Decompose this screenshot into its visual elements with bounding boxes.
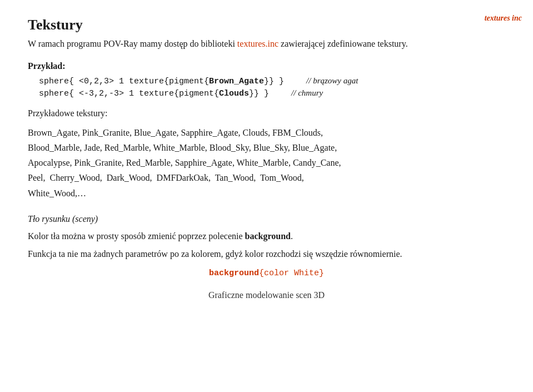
code-comment-2: // chmury: [291, 88, 323, 98]
intro-paragraph: W ramach programu POV-Ray mamy dostęp do…: [28, 37, 505, 51]
code-bold-2: Clouds: [219, 89, 249, 98]
intro-line1: W ramach programu POV-Ray mamy dostęp do…: [28, 39, 237, 48]
footer-text: Graficzne modelowanie scen 3D: [28, 288, 505, 302]
section-heading: Przykładowe tekstury:: [28, 106, 505, 121]
code-bold-1: Brown_Agate: [209, 77, 264, 86]
texture-list: Brown_Agate, Pink_Granite, Blue_Agate, S…: [28, 125, 505, 201]
intro-link: textures.inc: [237, 39, 278, 48]
bg-section-title: Tło rysunku (sceny): [28, 212, 505, 226]
logo: textures inc: [485, 14, 522, 23]
bg-code-rest: {color White}: [259, 269, 324, 278]
section-heading-text: Przykładowe tekstury:: [28, 108, 108, 118]
texture-list-text: Brown_Agate, Pink_Granite, Blue_Agate, S…: [28, 128, 341, 198]
code-block: sphere{ <0,2,3> 1 texture{pigment{Brown_…: [39, 76, 505, 98]
bg-line1: Kolor tła można w prosty sposób zmienić …: [28, 229, 505, 244]
code-prefix-1: sphere{ <0,2,3> 1 texture{pigment{: [39, 77, 209, 86]
bg-code-line: background{color White}: [28, 267, 505, 280]
bg-line2: Funkcja ta nie ma żadnych parametrów po …: [28, 247, 505, 261]
bg-line1-suffix: .: [291, 231, 293, 241]
bg-line1-prefix: Kolor tła można w prosty sposób zmienić …: [28, 231, 245, 241]
example-label: Przykład:: [28, 59, 505, 73]
code-prefix-2: sphere{ <-3,2,-3> 1 texture{pigment{: [39, 89, 219, 98]
intro-line2: zawierającej zdefiniowane tekstury.: [278, 39, 408, 48]
code-line-2: sphere{ <-3,2,-3> 1 texture{pigment{Clou…: [39, 88, 505, 98]
bg-code-bold: background: [209, 269, 259, 278]
bg-line1-bold: background: [245, 231, 291, 241]
code-comment-1: // brązowy agat: [306, 76, 358, 86]
code-line-1: sphere{ <0,2,3> 1 texture{pigment{Brown_…: [39, 76, 505, 86]
logo-text: textures inc: [485, 14, 522, 22]
code-main-2: sphere{ <-3,2,-3> 1 texture{pigment{Clou…: [39, 89, 269, 98]
bg-title-text: Tło rysunku (sceny): [28, 214, 98, 224]
code-suffix-1: }} }: [264, 77, 284, 86]
page-title: Tekstury: [28, 17, 505, 33]
code-suffix-2: }} }: [249, 89, 269, 98]
page-container: textures inc Tekstury W ramach programu …: [0, 0, 533, 324]
code-main-1: sphere{ <0,2,3> 1 texture{pigment{Brown_…: [39, 77, 284, 86]
